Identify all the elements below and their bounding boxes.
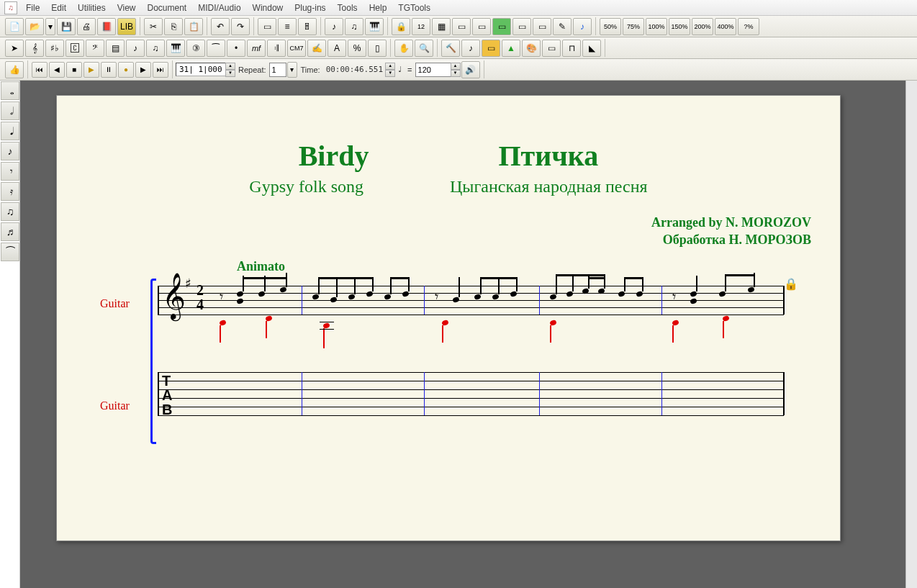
menu-utilities[interactable]: Utilities [72,1,112,14]
redo-button[interactable]: ↷ [231,18,250,35]
hyperscribe-tool[interactable]: 🎹 [166,40,185,57]
tool-h[interactable]: ▭ [533,18,551,35]
tool-b[interactable]: ♫ [345,18,363,35]
layout-button[interactable]: ▦ [432,18,451,35]
tempo-input[interactable] [415,63,451,77]
page-layout-tool[interactable]: ▯ [368,40,387,57]
measure-num-button[interactable]: 12 [412,18,430,35]
eighth-note-icon[interactable]: ♪ [1,142,19,160]
menu-help[interactable]: Help [363,1,393,14]
record-button[interactable]: ● [118,62,134,78]
measure-counter[interactable] [176,63,226,76]
print-button[interactable]: 🖨 [77,18,96,35]
fast-fwd-button[interactable]: ⏭ [153,62,168,78]
special-tool-5[interactable]: 🎨 [522,40,541,57]
zoom-tool[interactable]: 🔍 [415,40,433,57]
beam-icon[interactable]: ♫ [1,202,19,221]
new-file-button[interactable]: 📄 [5,18,24,35]
book-button[interactable]: 📕 [97,18,116,35]
measure-tool[interactable]: ▤ [106,40,125,57]
step-fwd-button[interactable]: ▶ [135,62,151,78]
time-tool[interactable]: 🄲 [66,40,84,57]
key-tool[interactable]: ♯♭ [45,40,64,57]
menu-file[interactable]: File [20,1,45,14]
menu-edit[interactable]: Edit [45,1,72,14]
clef-tool[interactable]: 𝄢 [86,40,104,57]
articulation-tool[interactable]: • [227,40,245,57]
staff-lock-icon[interactable]: 🔒 [784,277,798,291]
page-view-button[interactable]: ▭ [258,18,276,35]
repeat-tool[interactable]: 𝄇 [267,40,286,57]
menu-tools[interactable]: Tools [332,1,363,14]
text-tool[interactable]: A [328,40,346,57]
menu-document[interactable]: Document [142,1,193,14]
special-tool-6[interactable]: ▭ [542,40,561,57]
chord-tool[interactable]: CM7 [287,40,306,57]
expression-tool[interactable]: mf [247,40,266,57]
zoom-custom[interactable]: ?% [738,18,759,35]
special-tool-3[interactable]: ▭ [482,40,500,57]
simple-entry-tool[interactable]: ♪ [126,40,145,57]
rewind-button[interactable]: ⏮ [32,62,48,78]
sixteenth-rest-icon[interactable]: 𝄿 [1,182,19,201]
step-back-button[interactable]: ◀ [49,62,65,78]
whole-note-icon[interactable]: 𝅝 [1,81,19,100]
studio-view-button[interactable]: 🎚 [298,18,317,35]
scroll-view-button[interactable]: ≡ [278,18,297,35]
open-file-button[interactable]: 📂 [25,18,44,35]
menu-tgtools[interactable]: TGTools [392,1,436,14]
tab-staff[interactable]: T A B [158,372,784,424]
zoom-400[interactable]: 400% [715,18,736,35]
lyrics-tool[interactable]: ✍ [307,40,326,57]
audio-settings-button[interactable]: 🔊 [461,61,480,78]
undo-button[interactable]: ↶ [211,18,230,35]
smart-shape-tool[interactable]: ⁀ [207,40,225,57]
counter-spinner[interactable]: ▲▼ [225,63,235,77]
vertical-scrollbar[interactable] [905,81,917,588]
tool-f[interactable]: ▭ [492,18,511,35]
tuplet-icon[interactable]: ♬ [1,222,19,241]
special-tool-8[interactable]: ◣ [582,40,601,57]
tool-c[interactable]: 🎹 [365,18,384,35]
quarter-note-icon[interactable]: 𝅘𝅥 [1,122,19,140]
open-dropdown[interactable]: ▾ [45,18,55,35]
eighth-rest-icon[interactable]: 𝄾 [1,162,19,181]
paste-button[interactable]: 📋 [184,18,203,35]
zoom-150[interactable]: 150% [669,18,690,35]
time-spinner[interactable]: ▲▼ [385,63,395,77]
speedy-entry-tool[interactable]: ♫ [146,40,165,57]
special-tool-1[interactable]: 🔨 [441,40,460,57]
tool-d[interactable]: ▭ [452,18,471,35]
selection-tool[interactable]: ➤ [5,40,24,57]
tool-j[interactable]: ♪ [573,18,592,35]
tool-a[interactable]: ♪ [325,18,343,35]
special-tool-2[interactable]: ♪ [461,40,480,57]
library-button[interactable]: LIB [117,18,136,35]
tie-icon[interactable]: ⁀ [1,243,19,261]
repeat-input[interactable] [269,63,286,77]
tool-e[interactable]: ▭ [472,18,491,35]
menu-midi-audio[interactable]: MIDI/Audio [192,1,246,14]
special-tool-4[interactable]: ▲ [502,40,520,57]
zoom-75[interactable]: 75% [623,18,644,35]
document-viewport[interactable]: Birdy Птичка Gypsy folk song Цыганская н… [20,81,917,588]
notation-staff[interactable]: 𝄞 ♯ 2 4 🔒 𝄾 [158,279,784,322]
pause-button[interactable]: ⏸ [101,62,117,78]
zoom-50[interactable]: 50% [600,18,621,35]
lock-button[interactable]: 🔒 [392,18,410,35]
play-button[interactable]: ▶ [83,62,99,78]
resize-tool[interactable]: % [348,40,366,57]
copy-button[interactable]: ⎘ [164,18,183,35]
staff-tool[interactable]: 𝄞 [25,40,44,57]
menu-window[interactable]: Window [247,1,289,14]
special-tool-7[interactable]: ⊓ [562,40,581,57]
repeat-dropdown[interactable]: ▾ [287,62,297,78]
half-note-icon[interactable]: 𝅗𝅥 [1,101,19,120]
stop-button[interactable]: ■ [66,62,82,78]
hand-grabber-tool[interactable]: ✋ [394,40,413,57]
thumbs-up-button[interactable]: 👍 [5,61,24,78]
cut-button[interactable]: ✂ [144,18,163,35]
save-button[interactable]: 💾 [57,18,76,35]
tempo-spinner[interactable]: ▲▼ [451,63,461,77]
tool-i[interactable]: ✎ [553,18,572,35]
